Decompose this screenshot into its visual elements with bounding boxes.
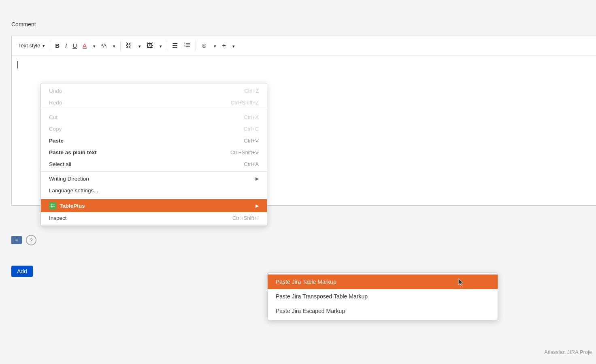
italic-label: I — [65, 42, 67, 49]
context-menu-select-all[interactable]: Select all Ctrl+A — [41, 158, 267, 170]
redo-shortcut: Ctrl+Shift+Z — [231, 100, 259, 106]
context-menu-paste[interactable]: Paste Ctrl+V — [41, 135, 267, 147]
font-size-chevron-icon — [112, 43, 115, 49]
inspect-label: Inspect — [49, 215, 67, 221]
tableplus-arrow-icon: ▶ — [255, 203, 259, 209]
writing-direction-arrow-icon: ▶ — [255, 176, 259, 181]
context-menu-inspect[interactable]: Inspect Ctrl+Shift+I — [41, 212, 267, 224]
help-icon-glyph: ? — [30, 237, 32, 243]
link-chevron-icon — [138, 43, 141, 49]
underline-button[interactable]: U — [70, 39, 79, 52]
insert-button[interactable]: + — [219, 39, 228, 52]
ctx-separator-3 — [41, 198, 267, 198]
editor-toolbar: Text style B I U A ³A — [12, 36, 596, 55]
ctx-separator-1 — [41, 110, 267, 110]
toolbar-divider-3 — [167, 41, 167, 51]
context-menu-language-settings[interactable]: Language settings... — [41, 185, 267, 196]
toolbar-divider-1 — [50, 41, 50, 51]
emoji-chevron-icon — [213, 43, 216, 49]
emoji-icon: ☺ — [201, 42, 207, 49]
page-background: Comment Text style B I U A — [0, 0, 596, 364]
cut-label: Cut — [49, 114, 57, 120]
font-size-button[interactable]: ³A — [99, 39, 109, 52]
redo-label: Redo — [49, 100, 62, 106]
link-icon: ⛓ — [126, 42, 132, 49]
numbered-list-button[interactable]: 1 2 3 — [181, 39, 193, 52]
copy-shortcut: Ctrl+C — [244, 126, 259, 132]
undo-shortcut: Ctrl+Z — [244, 88, 259, 94]
cut-shortcut: Ctrl+X — [244, 114, 259, 120]
footer-text: Atlassian JIRA Proje — [544, 349, 596, 355]
svg-rect-6 — [50, 203, 55, 209]
submenu: Paste Jira Table Markup Paste Jira Trans… — [267, 272, 498, 320]
bold-button[interactable]: B — [53, 39, 62, 52]
inspect-shortcut: Ctrl+Shift+I — [232, 215, 259, 221]
emoji-button[interactable]: ☺ — [198, 39, 210, 52]
text-style-button[interactable]: Text style — [16, 39, 47, 52]
image-dropdown-button[interactable] — [156, 39, 164, 52]
svg-text:3: 3 — [184, 45, 185, 47]
context-menu: Undo Ctrl+Z Redo Ctrl+Shift+Z Cut Ctrl+X… — [40, 83, 267, 226]
toolbar-divider-4 — [196, 41, 196, 51]
submenu-paste-jira-table[interactable]: Paste Jira Table Markup — [268, 275, 498, 289]
paste-jira-transposed-label: Paste Jira Transposed Table Markup — [276, 293, 368, 300]
image-icon: 🖼 — [147, 42, 153, 49]
bottom-bar: ≡ ? — [11, 232, 36, 249]
context-menu-tableplus[interactable]: TablePlus ▶ — [41, 199, 267, 212]
paste-jira-escaped-label: Paste Jira Escaped Markup — [276, 308, 345, 314]
toolbar-divider-2 — [120, 41, 121, 51]
bullet-list-icon: ☰ — [172, 42, 178, 49]
context-menu-copy[interactable]: Copy Ctrl+C — [41, 123, 267, 135]
comment-label: Comment — [11, 21, 36, 28]
font-size-label: ³A — [101, 43, 106, 49]
ctx-separator-2 — [41, 171, 267, 172]
help-icon[interactable]: ? — [26, 235, 36, 245]
bold-label: B — [55, 42, 60, 49]
tableplus-label: TablePlus — [60, 203, 85, 209]
language-settings-label: Language settings... — [49, 187, 98, 194]
image-button[interactable]: 🖼 — [144, 39, 155, 52]
link-button[interactable]: ⛓ — [123, 39, 134, 52]
text-style-chevron-icon — [42, 43, 45, 49]
paste-jira-table-label: Paste Jira Table Markup — [276, 279, 336, 285]
doc-icon-glyph: ≡ — [15, 237, 18, 243]
insert-chevron-icon — [232, 43, 235, 49]
submenu-paste-jira-transposed[interactable]: Paste Jira Transposed Table Markup — [268, 289, 498, 304]
doc-icon[interactable]: ≡ — [11, 236, 22, 244]
copy-label: Copy — [49, 126, 62, 132]
italic-button[interactable]: I — [63, 39, 69, 52]
font-size-dropdown-button[interactable] — [110, 39, 118, 52]
add-area: Add — [11, 266, 33, 277]
paste-plain-shortcut: Ctrl+Shift+V — [230, 149, 259, 155]
submenu-paste-jira-escaped[interactable]: Paste Jira Escaped Markup — [268, 304, 498, 318]
emoji-dropdown-button[interactable] — [211, 39, 219, 52]
insert-dropdown-button[interactable] — [229, 39, 237, 52]
font-color-button[interactable]: A — [80, 39, 89, 52]
context-menu-cut[interactable]: Cut Ctrl+X — [41, 111, 267, 123]
add-button[interactable]: Add — [11, 266, 33, 277]
select-all-shortcut: Ctrl+A — [244, 161, 259, 167]
paste-label: Paste — [49, 138, 64, 144]
context-menu-undo[interactable]: Undo Ctrl+Z — [41, 85, 267, 97]
writing-direction-label: Writing Direction — [49, 176, 89, 182]
text-style-label: Text style — [18, 43, 40, 49]
numbered-list-icon: 1 2 3 — [183, 41, 191, 50]
font-color-dropdown-button[interactable] — [90, 39, 98, 52]
tableplus-icon — [49, 202, 56, 209]
font-color-label: A — [83, 42, 87, 49]
undo-label: Undo — [49, 88, 62, 94]
link-dropdown-button[interactable] — [135, 39, 143, 52]
underline-label: U — [72, 42, 77, 49]
text-cursor — [17, 61, 18, 68]
context-menu-writing-direction[interactable]: Writing Direction ▶ — [41, 173, 267, 185]
select-all-label: Select all — [49, 161, 71, 167]
image-chevron-icon — [159, 43, 162, 49]
paste-shortcut: Ctrl+V — [244, 138, 259, 144]
bullet-list-button[interactable]: ☰ — [170, 39, 180, 52]
paste-plain-label: Paste as plain text — [49, 149, 97, 155]
font-color-chevron-icon — [92, 43, 96, 49]
insert-icon: + — [222, 42, 226, 49]
context-menu-paste-plain[interactable]: Paste as plain text Ctrl+Shift+V — [41, 147, 267, 158]
context-menu-redo[interactable]: Redo Ctrl+Shift+Z — [41, 97, 267, 109]
